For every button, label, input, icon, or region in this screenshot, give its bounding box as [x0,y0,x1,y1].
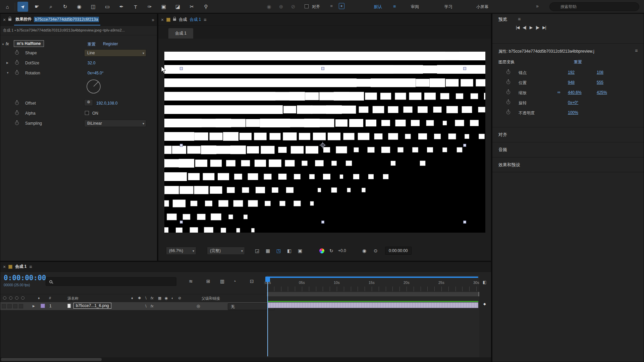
scale-x-value[interactable]: 440.6% [568,90,582,95]
work-area-band[interactable] [267,292,479,296]
rotate-tool[interactable]: ↻ [60,2,70,12]
sampling-dropdown[interactable]: BiLinear [84,120,146,127]
alpha-checkbox-box[interactable] [85,111,89,115]
zoom-dropdown[interactable]: (66.7%) [166,247,196,255]
effect-controls-tab[interactable]: 效果控件 b75cce734e774dd5b70312c6f213a [14,14,100,25]
home-icon[interactable]: ⌂ [2,2,13,12]
viewer-tab-comp-name[interactable]: 合成 1 [190,17,201,22]
stopwatch-icon[interactable] [15,111,19,115]
workspace-learn[interactable]: 学习 [444,4,452,10]
close-icon[interactable] [3,264,6,269]
layer-name[interactable]: b75cce7...1_6.png [73,303,111,309]
layer-lock-toggle[interactable] [19,304,23,308]
stopwatch-icon[interactable] [15,71,19,75]
clone-stamp-tool[interactable]: ▣ [158,2,169,12]
viewer-timecode[interactable]: 0:00:00:00 [385,247,412,255]
panel-overflow-icon[interactable] [152,17,154,22]
selection-handle-mr[interactable] [463,144,466,147]
opacity-value[interactable]: 100% [568,110,578,115]
layer-fx-switch[interactable]: fx [151,304,154,308]
hand-tool[interactable]: ☛ [32,2,42,12]
stopwatch-icon[interactable] [506,80,510,84]
layer-solo-toggle[interactable] [13,304,17,308]
layer-expander-icon[interactable]: ▶ [33,304,35,308]
rotation-dial[interactable] [85,78,102,96]
panel-menu-icon[interactable] [635,48,638,53]
twirl-down-icon[interactable]: ▼ [2,43,4,46]
stopwatch-icon[interactable] [15,51,19,55]
next-frame-button[interactable]: |▶ [536,25,539,30]
workspace-review[interactable]: 审阅 [411,4,419,10]
selection-handle-tr[interactable] [463,67,466,70]
puppet-tool[interactable]: ⚲ [201,2,211,12]
composition-mini-flowchart-icon[interactable]: ≋ [189,279,193,284]
expander-icon[interactable]: ▼ [6,71,9,74]
effect-register-link[interactable]: Register [103,42,118,46]
layer-duration-bar[interactable] [268,302,478,308]
selection-handle-ml[interactable] [180,144,183,147]
selection-handle-tl[interactable] [180,67,183,70]
effect-reset-button[interactable]: 重置 [88,42,96,47]
camera-tool[interactable]: ◉ [74,2,85,12]
scrollbar-thumb[interactable] [1,358,102,361]
viewer-tab-label[interactable]: 合成 [179,17,187,22]
roi-icon[interactable]: ◲ [255,247,259,255]
workspace-small-screen[interactable]: 小屏幕 [476,4,488,10]
mask-visibility-icon[interactable]: ◳ [276,247,281,255]
channel-wheel-icon[interactable] [319,247,324,255]
selection-handle-tm[interactable] [321,67,324,70]
motion-blur-icon[interactable]: ◔ [233,279,236,284]
panel-menu-icon[interactable] [204,17,206,22]
rulers-icon[interactable]: ▣ [298,247,302,255]
timeline-search-field[interactable] [46,277,176,286]
snap-checkbox-box[interactable] [305,4,309,8]
zoom-tool[interactable]: ⌕ [46,2,56,12]
workspace-menu-icon[interactable] [393,4,396,9]
rotation-value[interactable]: 0x+0° [568,100,578,105]
layer-row-1[interactable]: ▶ 1 b75cce7...1_6.png ∖ fx ◎ 无 [0,302,267,310]
stopwatch-icon[interactable] [506,111,510,114]
timeline-tab[interactable]: 合成 1 [15,264,26,269]
snapshot-camera-icon[interactable]: ◉ [362,247,366,255]
stopwatch-icon[interactable] [506,70,510,74]
position-x-value[interactable]: 948 [568,80,575,85]
pen-tool[interactable]: ✒ [116,2,127,12]
stopwatch-icon[interactable] [15,121,19,125]
selection-handle-bl[interactable] [180,221,183,224]
stopwatch-icon[interactable] [15,101,19,105]
preview-panel-title[interactable]: 预览 [498,16,507,22]
current-timecode[interactable]: 0:00:00:00 [4,274,46,282]
draft-3d-icon[interactable]: ⊞ [206,279,210,284]
guides-icon[interactable]: ◧ [287,247,291,255]
stopwatch-icon[interactable] [506,90,510,94]
transparency-grid-icon[interactable]: ▦ [266,247,270,255]
anchor-y-value[interactable]: 108 [597,70,603,75]
rotation-value[interactable]: 0x+45.0° [88,71,104,75]
dotsize-value[interactable]: 32.0 [88,61,95,65]
brush-tool[interactable]: ✑ [144,2,155,12]
link-icon[interactable]: ∞ [557,90,560,95]
last-frame-button[interactable]: ▶| [542,25,546,30]
stopwatch-icon[interactable] [506,101,510,104]
source-name-column-header[interactable]: 源名称 [67,296,78,301]
graph-editor-icon[interactable]: ⊡ [250,279,254,284]
roto-brush-tool[interactable]: ✂ [186,2,197,12]
alpha-checkbox[interactable] [85,111,89,115]
anchor-point-icon[interactable] [319,142,326,149]
position-y-value[interactable]: 555 [597,80,603,85]
snap-options-icon[interactable]: ⌗ [330,4,333,8]
eraser-tool[interactable]: ◪ [172,2,183,12]
parent-link-column-header[interactable]: 父级和链接 [202,296,220,301]
align-panel-header[interactable]: 对齐 [492,127,644,142]
close-icon[interactable] [3,17,6,22]
scale-y-value[interactable]: 425% [597,90,607,95]
horizontal-scrollbar[interactable] [0,357,491,362]
show-snapshot-icon[interactable]: ⊙ [374,247,378,255]
effect-name[interactable]: m's Halftone [14,40,44,47]
help-search-input[interactable] [549,2,639,11]
close-icon[interactable] [161,17,164,22]
work-area-bar[interactable] [268,277,478,278]
offset-value[interactable]: 192.0,108.0 [96,101,117,106]
transform-reset-button[interactable]: 重置 [574,59,582,65]
audio-panel-header[interactable]: 音频 [492,142,644,157]
